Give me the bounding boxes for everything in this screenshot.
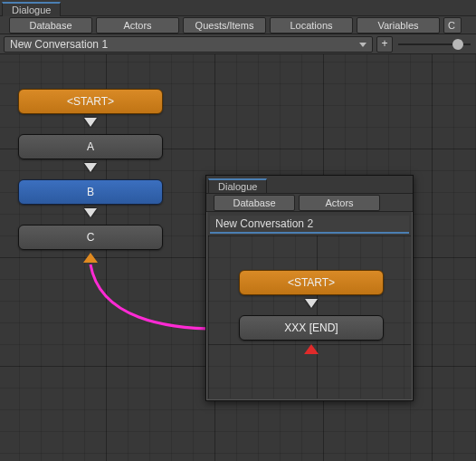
- graph-canvas[interactable]: <START> A B C Dialogue Database Actors N…: [0, 54, 476, 461]
- outer-toolbar: Database Actors Quests/Items Locations V…: [0, 16, 476, 34]
- sub-toolbar-database[interactable]: Database: [214, 195, 295, 211]
- sub-conversation-dropdown[interactable]: New Conversation 2: [210, 216, 409, 234]
- toolbar-actors[interactable]: Actors: [96, 17, 179, 34]
- conversation-dropdown-label: New Conversation 1: [10, 38, 108, 51]
- cross-conversation-link: [0, 54, 271, 190]
- triangle-up-orange-icon: [83, 253, 98, 263]
- toolbar-quests[interactable]: Quests/Items: [183, 17, 266, 34]
- toolbar-locations[interactable]: Locations: [270, 17, 353, 34]
- sub-tab-bar: Dialogue: [206, 176, 413, 194]
- node-a[interactable]: A: [18, 134, 163, 159]
- zoom-slider[interactable]: [398, 36, 471, 53]
- conversation-dropdown[interactable]: New Conversation 1: [4, 36, 373, 53]
- toolbar-conversations-cut[interactable]: C: [443, 17, 462, 34]
- node-start[interactable]: <START>: [18, 89, 163, 114]
- sub-tab-dialogue[interactable]: Dialogue: [208, 178, 267, 193]
- tab-dialogue[interactable]: Dialogue: [2, 2, 61, 16]
- sub-conversation-panel[interactable]: Dialogue Database Actors New Conversatio…: [205, 175, 414, 401]
- chevron-down-icon: [359, 43, 367, 47]
- toolbar-variables[interactable]: Variables: [357, 17, 440, 34]
- outer-tab-bar: Dialogue: [0, 0, 476, 16]
- sub-node-end[interactable]: XXX [END]: [239, 315, 384, 341]
- arrow-down-icon: [84, 118, 97, 127]
- sub-graph-canvas[interactable]: <START> XXX [END]: [208, 235, 411, 399]
- slider-knob[interactable]: [452, 39, 463, 50]
- sub-node-start[interactable]: <START>: [239, 270, 384, 295]
- node-c[interactable]: C: [18, 225, 163, 250]
- arrow-down-icon: [305, 299, 318, 308]
- sub-toolbar: Database Actors: [206, 194, 413, 212]
- node-b[interactable]: B: [18, 179, 163, 205]
- sub-toolbar-actors[interactable]: Actors: [299, 195, 380, 211]
- arrow-down-icon: [84, 208, 97, 217]
- toolbar-database[interactable]: Database: [9, 17, 92, 34]
- triangle-up-red-icon: [304, 344, 319, 354]
- arrow-down-icon: [84, 163, 97, 172]
- add-conversation-button[interactable]: +: [376, 36, 393, 53]
- conversation-bar: New Conversation 1 +: [0, 34, 476, 54]
